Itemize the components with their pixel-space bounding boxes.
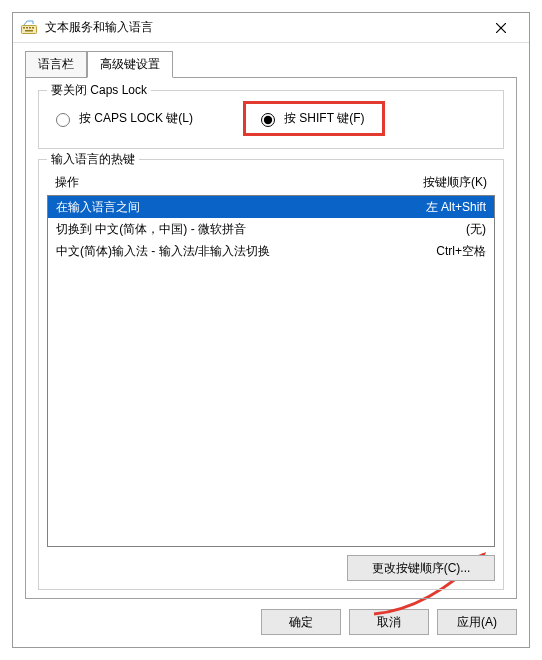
capslock-group: 要关闭 Caps Lock 按 CAPS LOCK 键(L) 按 SHIFT 键… <box>38 90 504 149</box>
list-item[interactable]: 切换到 中文(简体，中国) - 微软拼音 (无) <box>48 218 494 240</box>
dialog-window: 文本服务和输入语言 语言栏 高级键设置 要关闭 Caps Lock 按 CAPS… <box>12 12 530 648</box>
change-seq-row: 更改按键顺序(C)... <box>47 555 495 581</box>
hotkey-list-header: 操作 按键顺序(K) <box>47 170 495 195</box>
change-key-sequence-button[interactable]: 更改按键顺序(C)... <box>347 555 495 581</box>
list-item-action: 中文(简体)输入法 - 输入法/非输入法切换 <box>56 242 396 260</box>
svg-rect-0 <box>22 25 37 33</box>
window-title: 文本服务和输入语言 <box>45 19 481 36</box>
svg-rect-4 <box>32 27 34 29</box>
close-button[interactable] <box>481 13 521 42</box>
list-item[interactable]: 在输入语言之间 左 Alt+Shift <box>48 196 494 218</box>
list-item[interactable]: 中文(简体)输入法 - 输入法/非输入法切换 Ctrl+空格 <box>48 240 494 262</box>
svg-rect-2 <box>26 27 28 29</box>
radio-capslock-label: 按 CAPS LOCK 键(L) <box>79 110 193 127</box>
titlebar: 文本服务和输入语言 <box>13 13 529 43</box>
tab-advanced-keys[interactable]: 高级键设置 <box>87 51 173 78</box>
close-icon <box>496 23 506 33</box>
col-header-action: 操作 <box>55 174 397 191</box>
capslock-radio-row: 按 CAPS LOCK 键(L) 按 SHIFT 键(F) <box>51 101 491 136</box>
dialog-content: 语言栏 高级键设置 要关闭 Caps Lock 按 CAPS LOCK 键(L)… <box>13 43 529 599</box>
svg-rect-3 <box>29 27 31 29</box>
hotkeys-group-label: 输入语言的热键 <box>47 151 139 168</box>
radio-shift-label: 按 SHIFT 键(F) <box>284 110 364 127</box>
keyboard-icon <box>21 20 37 36</box>
list-item-keys: 左 Alt+Shift <box>396 198 486 216</box>
list-item-keys: Ctrl+空格 <box>396 242 486 260</box>
hotkeys-group: 输入语言的热键 操作 按键顺序(K) 在输入语言之间 左 Alt+Shift 切… <box>38 159 504 590</box>
col-header-keys: 按键顺序(K) <box>397 174 487 191</box>
dialog-button-row: 确定 取消 应用(A) <box>13 599 529 647</box>
radio-press-capslock[interactable]: 按 CAPS LOCK 键(L) <box>51 110 193 127</box>
svg-rect-5 <box>25 30 33 32</box>
radio-shift-input[interactable] <box>261 113 275 127</box>
apply-button[interactable]: 应用(A) <box>437 609 517 635</box>
tab-strip: 语言栏 高级键设置 <box>25 53 517 77</box>
tab-panel-advanced: 要关闭 Caps Lock 按 CAPS LOCK 键(L) 按 SHIFT 键… <box>25 77 517 599</box>
radio-capslock-input[interactable] <box>56 113 70 127</box>
list-item-action: 在输入语言之间 <box>56 198 396 216</box>
svg-rect-1 <box>23 27 25 29</box>
tab-language-bar[interactable]: 语言栏 <box>25 51 87 77</box>
radio-press-shift[interactable]: 按 SHIFT 键(F) <box>243 101 385 136</box>
hotkey-listbox[interactable]: 在输入语言之间 左 Alt+Shift 切换到 中文(简体，中国) - 微软拼音… <box>47 195 495 547</box>
cancel-button[interactable]: 取消 <box>349 609 429 635</box>
list-item-action: 切换到 中文(简体，中国) - 微软拼音 <box>56 220 396 238</box>
capslock-group-label: 要关闭 Caps Lock <box>47 82 151 99</box>
ok-button[interactable]: 确定 <box>261 609 341 635</box>
list-item-keys: (无) <box>396 220 486 238</box>
